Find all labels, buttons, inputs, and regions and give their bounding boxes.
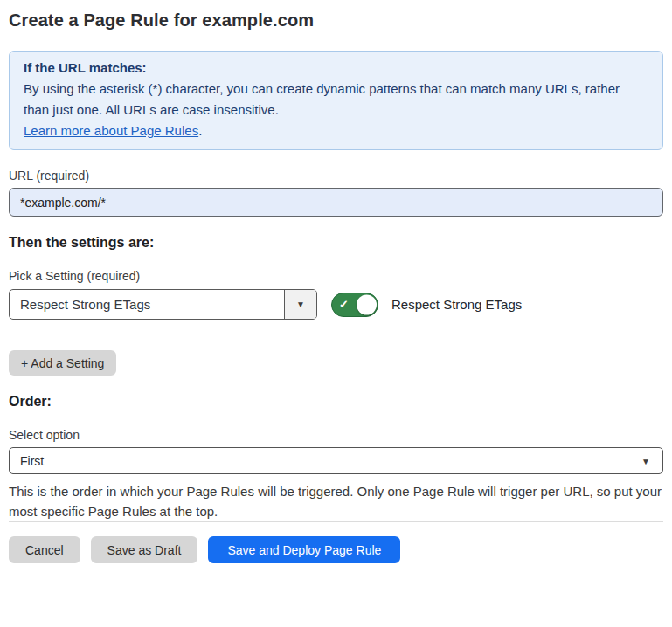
order-section-heading: Order: <box>9 394 663 410</box>
url-field-label: URL (required) <box>9 169 663 183</box>
info-box-body: By using the asterisk (*) character, you… <box>24 79 648 121</box>
setting-select-arrow-button[interactable]: ▼ <box>284 290 316 319</box>
toggle-knob <box>357 294 377 314</box>
chevron-down-icon: ▼ <box>296 300 305 309</box>
check-icon: ✓ <box>339 298 349 311</box>
url-match-info-box: If the URL matches: By using the asteris… <box>9 51 663 150</box>
info-box-link-line: Learn more about Page Rules. <box>24 121 648 141</box>
info-box-body-text: By using the asterisk (*) character, you… <box>24 81 620 117</box>
setting-select[interactable]: Respect Strong ETags ▼ <box>9 289 317 320</box>
save-draft-button[interactable]: Save as Draft <box>91 536 198 563</box>
order-help-text: This is the order in which your Page Rul… <box>9 481 663 521</box>
setting-row: Respect Strong ETags ▼ ✓ Respect Strong … <box>9 289 663 320</box>
setting-select-value: Respect Strong ETags <box>10 290 284 319</box>
save-deploy-button[interactable]: Save and Deploy Page Rule <box>208 536 400 563</box>
link-period: . <box>198 123 202 138</box>
order-select[interactable]: First ▼ <box>9 447 663 474</box>
etags-toggle[interactable]: ✓ <box>331 293 378 317</box>
page-title: Create a Page Rule for example.com <box>9 10 663 31</box>
section-divider <box>9 376 663 376</box>
actions-divider <box>9 521 663 522</box>
info-box-heading: If the URL matches: <box>24 58 648 79</box>
actions-row: Cancel Save as Draft Save and Deploy Pag… <box>9 536 663 563</box>
url-input[interactable] <box>9 188 663 217</box>
etags-toggle-label: Respect Strong ETags <box>391 297 522 312</box>
order-select-label: Select option <box>9 428 663 442</box>
add-setting-button[interactable]: + Add a Setting <box>9 350 116 376</box>
cancel-button[interactable]: Cancel <box>9 536 80 563</box>
learn-more-link[interactable]: Learn more about Page Rules <box>24 123 198 138</box>
page-rule-form: Create a Page Rule for example.com If th… <box>0 10 672 563</box>
order-select-value: First <box>20 454 44 468</box>
settings-section-heading: Then the settings are: <box>9 235 663 251</box>
section-divider <box>9 217 663 217</box>
chevron-down-icon: ▼ <box>641 456 650 465</box>
setting-picker-label: Pick a Setting (required) <box>9 269 663 283</box>
